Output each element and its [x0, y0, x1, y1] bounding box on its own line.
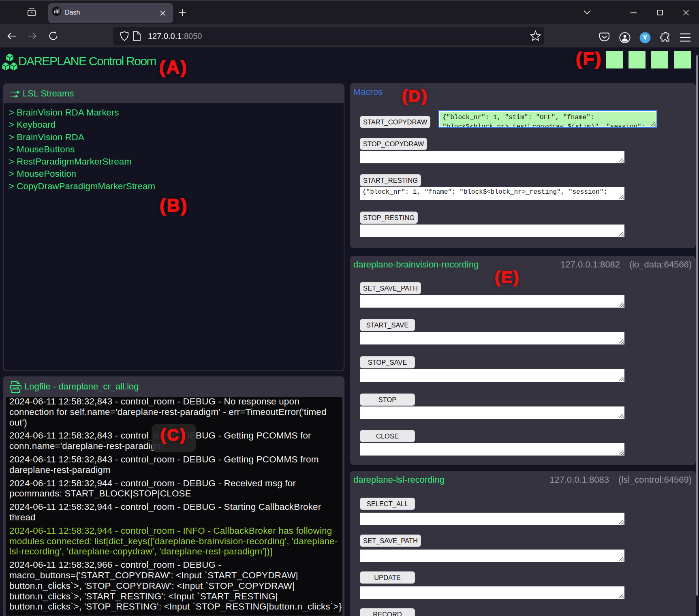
svg-text:LOG: LOG	[13, 386, 19, 389]
